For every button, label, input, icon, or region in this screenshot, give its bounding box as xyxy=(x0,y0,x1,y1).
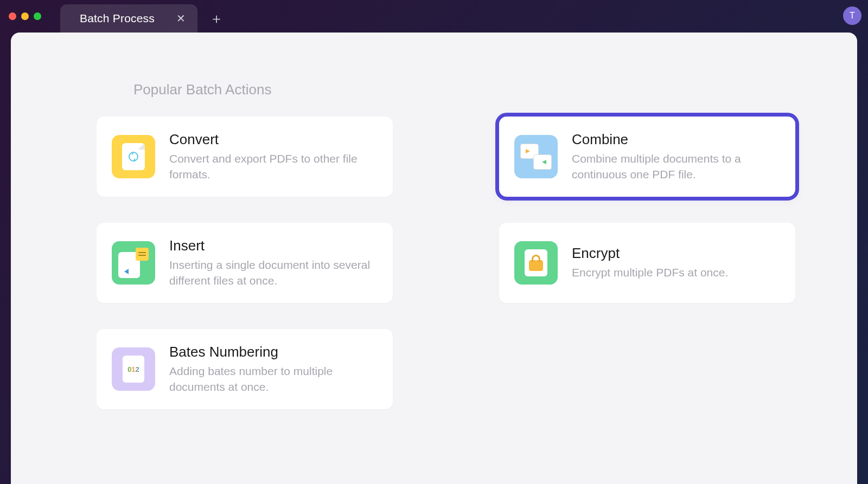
tab-title: Batch Process xyxy=(80,12,155,25)
content-area: Popular Batch Actions Convert Convert an… xyxy=(11,33,857,484)
window-minimize-button[interactable] xyxy=(21,12,29,20)
convert-icon xyxy=(112,135,155,178)
card-desc: Adding bates number to multiple document… xyxy=(169,364,378,395)
card-desc: Inserting a single document into several… xyxy=(169,257,378,288)
close-tab-icon[interactable]: ✕ xyxy=(176,13,186,24)
window-close-button[interactable] xyxy=(9,12,16,20)
insert-icon xyxy=(112,241,155,285)
section-title: Popular Batch Actions xyxy=(133,81,819,98)
card-title: Encrypt xyxy=(572,245,728,262)
card-desc: Combine multiple documents to a continuo… xyxy=(572,151,780,182)
combine-icon xyxy=(514,135,558,178)
window-maximize-button[interactable] xyxy=(34,12,41,20)
card-title: Combine xyxy=(572,131,780,148)
new-tab-button[interactable]: ＋ xyxy=(209,11,224,25)
avatar[interactable]: T xyxy=(843,7,861,25)
card-desc: Convert and export PDFs to other file fo… xyxy=(169,151,378,182)
bates-icon: 012 xyxy=(112,347,155,391)
card-title: Bates Numbering xyxy=(169,344,378,360)
encrypt-icon xyxy=(514,241,558,285)
card-encrypt[interactable]: Encrypt Encrypt multiple PDFs at once. xyxy=(499,223,795,303)
card-bates-numbering[interactable]: 012 Bates Numbering Adding bates number … xyxy=(97,329,393,409)
card-insert[interactable]: Insert Inserting a single document into … xyxy=(97,223,393,303)
card-title: Insert xyxy=(169,237,378,254)
card-combine[interactable]: Combine Combine multiple documents to a … xyxy=(499,117,795,197)
titlebar: Batch Process ✕ ＋ T xyxy=(0,0,868,33)
avatar-initial: T xyxy=(850,11,855,21)
card-desc: Encrypt multiple PDFs at once. xyxy=(572,265,728,280)
bates-number-badge: 012 xyxy=(127,365,139,373)
card-title: Convert xyxy=(169,131,378,148)
batch-actions-grid: Convert Convert and export PDFs to other… xyxy=(97,117,819,409)
card-convert[interactable]: Convert Convert and export PDFs to other… xyxy=(97,117,393,197)
tab-batch-process[interactable]: Batch Process ✕ xyxy=(60,4,197,33)
tab-strip: Batch Process ✕ ＋ xyxy=(60,0,224,33)
